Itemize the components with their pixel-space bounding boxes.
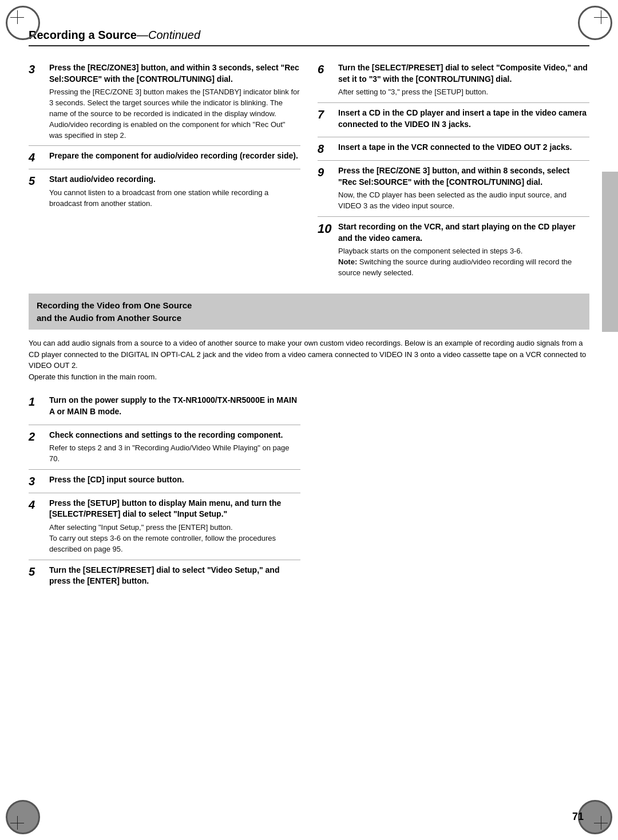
bottom-step-content-5: Turn the [SELECT/PRESET] dial to select …: [49, 565, 300, 589]
section-box: Recording the Video from One Source and …: [29, 294, 589, 330]
crosshair-tr: [594, 10, 608, 24]
bottom-step-number-3: 3: [29, 474, 43, 488]
section-box-title: Recording the Video from One Source and …: [37, 299, 581, 324]
step-bold-5: Start audio/video recording.: [49, 174, 300, 185]
step-content-8: Insert a tape in the VCR connected to th…: [338, 142, 589, 156]
step-content-10: Start recording on the VCR, and start pl…: [338, 221, 589, 279]
bottom-step-bold-4: Press the [SETUP] button to display Main…: [49, 498, 300, 520]
step-number-9: 9: [318, 165, 332, 179]
crosshair-bl: [10, 816, 24, 830]
bottom-step-item-4: 4 Press the [SETUP] button to display Ma…: [29, 493, 300, 560]
step-bold-3: Press the [REC/ZONE3] button, and within…: [49, 62, 300, 85]
step-body-10: Playback starts on the component selecte…: [338, 246, 589, 257]
step-item-5: 5 Start audio/video recording. You canno…: [29, 169, 300, 213]
bottom-step-body-4: After selecting "Input Setup," press the…: [49, 522, 300, 555]
right-column: 6 Turn the [SELECT/PRESET] dial to selec…: [318, 58, 589, 283]
section-box-title-line1: Recording the Video from One Source: [37, 300, 192, 310]
step-body-5: You cannot listen to a broadcast from on…: [49, 188, 300, 209]
step-item-9: 9 Press the [REC/ZONE 3] button, and wit…: [318, 160, 589, 216]
section-intro: You can add audio signals from a source …: [29, 338, 589, 382]
step-body-3: Pressing the [REC/ZONE 3] button makes t…: [49, 87, 300, 141]
step-body-9: Now, the CD player has been selected as …: [338, 190, 589, 212]
step-content-3: Press the [REC/ZONE3] button, and within…: [49, 62, 300, 141]
bottom-step-content-3: Press the [CD] input source button.: [49, 474, 300, 488]
crosshair-tl: [10, 10, 24, 24]
bottom-step-body-2: Refer to steps 2 and 3 in "Recording Aud…: [49, 443, 300, 465]
step-number-7: 7: [318, 108, 332, 121]
step-bold-6: Turn the [SELECT/PRESET] dial to select …: [338, 62, 589, 85]
bottom-step-bold-3: Press the [CD] input source button.: [49, 474, 300, 486]
page-number: 71: [572, 811, 584, 823]
step-number-3: 3: [29, 62, 43, 76]
bottom-step-bold-5: Turn the [SELECT/PRESET] dial to select …: [49, 565, 300, 587]
step-content-9: Press the [REC/ZONE 3] button, and withi…: [338, 165, 589, 212]
step-item-4: 4 Prepare the component for audio/video …: [29, 145, 300, 169]
bottom-step-item-2: 2 Check connections and settings to the …: [29, 425, 300, 469]
two-col-layout: 3 Press the [REC/ZONE3] button, and with…: [29, 58, 589, 283]
bottom-step-item-3: 3 Press the [CD] input source button.: [29, 469, 300, 493]
step-note-10: Note: Switching the source during audio/…: [338, 257, 589, 279]
page: Recording a Source—Continued 3 Press the…: [0, 0, 618, 840]
bottom-step-item-1: 1 Turn on the power supply to the TX-NR1…: [29, 390, 300, 424]
step-content-5: Start audio/video recording. You cannot …: [49, 174, 300, 209]
bottom-step-number-2: 2: [29, 430, 43, 443]
bottom-step-number-4: 4: [29, 498, 43, 512]
header-continued: —Continued: [137, 29, 200, 41]
step-bold-10: Start recording on the VCR, and start pl…: [338, 221, 589, 244]
step-bold-4: Prepare the component for audio/video re…: [49, 150, 300, 162]
crosshair-br: [594, 816, 608, 830]
left-column: 3 Press the [REC/ZONE3] button, and with…: [29, 58, 300, 283]
step-bold-9: Press the [REC/ZONE 3] button, and withi…: [338, 165, 589, 188]
step-content-7: Insert a CD in the CD player and insert …: [338, 108, 589, 132]
bottom-step-item-5: 5 Turn the [SELECT/PRESET] dial to selec…: [29, 560, 300, 594]
header-title: Recording a Source—Continued: [29, 29, 200, 42]
step-item-3: 3 Press the [REC/ZONE3] button, and with…: [29, 58, 300, 145]
step-number-4: 4: [29, 150, 43, 164]
bottom-step-content-4: Press the [SETUP] button to display Main…: [49, 498, 300, 555]
step-number-10: 10: [318, 221, 332, 236]
sidebar-bar: [602, 172, 618, 332]
step-number-8: 8: [318, 142, 332, 156]
step-content-6: Turn the [SELECT/PRESET] dial to select …: [338, 62, 589, 98]
step-content-4: Prepare the component for audio/video re…: [49, 150, 300, 164]
note-text-10: Switching the source during audio/video …: [338, 257, 572, 277]
step-body-6: After setting to "3," press the [SETUP] …: [338, 87, 589, 98]
bottom-step-number-1: 1: [29, 395, 43, 409]
section-box-title-line2: and the Audio from Another Source: [37, 313, 181, 323]
step-number-6: 6: [318, 62, 332, 76]
step-item-8: 8 Insert a tape in the VCR connected to …: [318, 137, 589, 160]
bottom-right-column: [318, 390, 589, 593]
bottom-steps-layout: 1 Turn on the power supply to the TX-NR1…: [29, 390, 589, 593]
bottom-left-column: 1 Turn on the power supply to the TX-NR1…: [29, 390, 300, 593]
note-label-10: Note:: [338, 257, 357, 266]
bottom-step-content-2: Check connections and settings to the re…: [49, 430, 300, 465]
step-item-7: 7 Insert a CD in the CD player and inser…: [318, 102, 589, 137]
step-bold-8: Insert a tape in the VCR connected to th…: [338, 142, 589, 153]
bottom-step-number-5: 5: [29, 565, 43, 579]
step-bold-7: Insert a CD in the CD player and insert …: [338, 108, 589, 130]
bottom-step-bold-1: Turn on the power supply to the TX-NR100…: [49, 395, 300, 417]
step-item-10: 10 Start recording on the VCR, and start…: [318, 216, 589, 283]
header-title-text: Recording a Source: [29, 29, 137, 41]
bottom-step-content-1: Turn on the power supply to the TX-NR100…: [49, 395, 300, 419]
step-number-5: 5: [29, 174, 43, 188]
bottom-step-bold-2: Check connections and settings to the re…: [49, 430, 300, 441]
step-item-6: 6 Turn the [SELECT/PRESET] dial to selec…: [318, 58, 589, 102]
page-header: Recording a Source—Continued: [29, 29, 589, 46]
